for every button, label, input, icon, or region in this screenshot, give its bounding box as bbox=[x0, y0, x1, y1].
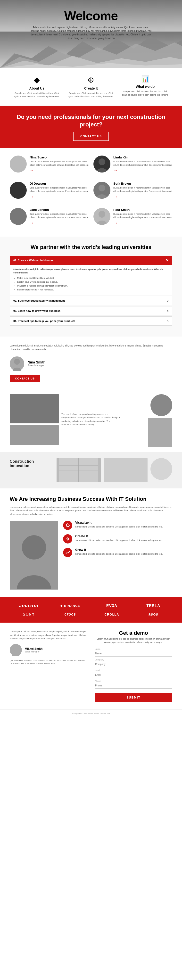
col-whatwedo: 📊 What we do Sample text. Click to selec… bbox=[118, 75, 172, 98]
create-icon: ⊕ bbox=[66, 75, 115, 84]
accordion-header-1[interactable]: 01. Create a Webinar in Minutes ✕ bbox=[10, 256, 172, 265]
brand-asos: asos bbox=[134, 612, 172, 617]
team-member-2: Linda Kim Duis aute irure dolor in repre… bbox=[93, 156, 172, 177]
form-field-company: Company bbox=[95, 659, 172, 667]
accordion-header-3[interactable]: 03. Learn how to grow your business ○ bbox=[10, 307, 172, 315]
team-arrow-4[interactable]: → bbox=[113, 194, 172, 199]
visualize-icon bbox=[63, 521, 72, 530]
sales-person: Nina Smith Sales Manager bbox=[10, 356, 172, 371]
team-arrow-2[interactable]: → bbox=[113, 168, 172, 173]
demo-left-text: Lorem ipsum dolor sit amet, consectetur … bbox=[10, 630, 87, 640]
avatar-nina-scavo bbox=[10, 156, 27, 172]
sales-avatar bbox=[10, 356, 24, 371]
team-info-6: Paul Smith Duis aute irure dolor in repr… bbox=[113, 208, 172, 226]
input-email[interactable] bbox=[95, 672, 172, 678]
demo-section: Lorem ipsum dolor sit amet, consectetur … bbox=[0, 623, 182, 710]
three-cols-section: ◆ About Us Sample text. Click to select … bbox=[0, 68, 182, 106]
accordion-body-1: Interdum velit suscipit in pellentesque … bbox=[10, 265, 172, 295]
team-desc-3: Duis aute irure dolor in reprehenderit i… bbox=[30, 186, 89, 193]
accordion-icon-1: ✕ bbox=[166, 258, 169, 262]
label-name: Name bbox=[95, 648, 172, 650]
team-name-2: Linda Kim bbox=[113, 156, 172, 159]
team-info-5: Jane Jonson Duis aute irure dolor in rep… bbox=[30, 208, 89, 226]
team-arrow-3[interactable]: → bbox=[30, 194, 89, 199]
team-arrow-5[interactable]: → bbox=[30, 221, 89, 226]
svg-point-10 bbox=[13, 194, 24, 199]
footer: Sample text used for the footer. Sample … bbox=[0, 710, 182, 718]
hero-section: Welcome Article evident arrived express … bbox=[0, 0, 182, 68]
it-image bbox=[10, 521, 58, 590]
demo-quote: Qua viverra nisl nisl mattis pulvinar ma… bbox=[10, 659, 87, 665]
brand-crolla: CROLLA bbox=[93, 612, 131, 616]
svg-point-7 bbox=[99, 158, 105, 165]
form-field-name: Name bbox=[95, 648, 172, 657]
universities-section: We partner with the world's leading univ… bbox=[0, 237, 182, 336]
input-company[interactable] bbox=[95, 662, 172, 667]
contact-us-button-1[interactable]: CONTACT US bbox=[73, 132, 109, 141]
team-info-1: Nina Scavo Duis aute irure dolor in repr… bbox=[30, 156, 89, 173]
accordion-label-2: 02. Business Sustainability Management bbox=[13, 299, 65, 302]
photo-img-3 bbox=[148, 418, 172, 447]
submit-button[interactable]: SUBMIT bbox=[95, 693, 172, 702]
photo-img-2 bbox=[10, 425, 59, 445]
svg-point-15 bbox=[99, 211, 105, 218]
demo-subtitle: Lorem nitur adipiscing elit, sed do eius… bbox=[95, 637, 172, 644]
accordion: 01. Create a Webinar in Minutes ✕ Interd… bbox=[10, 256, 172, 326]
accordion-item-4: 04. Practical tips to help you price you… bbox=[10, 317, 172, 326]
label-phone: Phone bbox=[95, 680, 172, 682]
team-desc-1: Duis aute irure dolor in reprehenderit i… bbox=[30, 160, 89, 167]
it-heading: We Are Increasing Business Success With … bbox=[10, 496, 172, 503]
contact-us-button-2[interactable]: CONTACT US bbox=[10, 375, 40, 382]
demo-person: Mikkel Smith Sales Manager bbox=[10, 644, 87, 656]
it-layout: Visualize It Sample text. Click to selec… bbox=[10, 521, 172, 590]
team-name-4: Sofa Brown bbox=[113, 182, 172, 185]
demo-right: Get a demo Lorem nitur adipiscing elit, … bbox=[95, 630, 172, 702]
it-feature-1: Visualize It Sample text. Click to selec… bbox=[63, 521, 172, 530]
svg-point-13 bbox=[15, 211, 22, 218]
team-desc-5: Duis aute irure dolor in reprehenderit i… bbox=[30, 213, 89, 219]
accordion-icon-3: ○ bbox=[167, 309, 169, 313]
sales-info: Nina Smith Sales Manager bbox=[28, 360, 45, 367]
sales-intro-text: Lorem ipsum dolor sit amet, consectetur … bbox=[10, 344, 172, 352]
team-name-1: Nina Scavo bbox=[30, 156, 89, 159]
construction-img-1 bbox=[56, 458, 101, 482]
whatwedo-text: Sample text. Click to select this text b… bbox=[121, 90, 170, 97]
brand-sony: SONY bbox=[10, 612, 48, 617]
demo-form: Name Company Email Phone SUBMIT bbox=[95, 648, 172, 702]
growit-icon bbox=[63, 548, 72, 557]
create-title: Create It bbox=[66, 86, 115, 90]
input-name[interactable] bbox=[95, 651, 172, 657]
team-grid: Nina Scavo Duis aute irure dolor in repr… bbox=[10, 156, 172, 229]
it-feature-content-1: Visualize It Sample text. Click to selec… bbox=[75, 521, 163, 529]
brand-tesla: TESLA bbox=[134, 604, 172, 608]
team-member-3: Di Dowson Duis aute irure dolor in repre… bbox=[10, 182, 89, 203]
input-phone[interactable] bbox=[95, 683, 172, 689]
svg-point-8 bbox=[97, 168, 107, 172]
demo-layout: Lorem ipsum dolor sit amet, consectetur … bbox=[10, 630, 172, 702]
svg-point-25 bbox=[22, 535, 46, 560]
team-desc-6: Duis aute irure dolor in reprehenderit i… bbox=[113, 213, 172, 219]
about-icon: ◆ bbox=[12, 75, 61, 84]
team-info-2: Linda Kim Duis aute irure dolor in repre… bbox=[113, 156, 172, 173]
hero-title: Welcome bbox=[64, 8, 118, 23]
svg-point-9 bbox=[15, 185, 22, 191]
accordion-header-4[interactable]: 04. Practical tips to help you price you… bbox=[10, 317, 172, 325]
it-feature-title-2: Create It bbox=[75, 534, 163, 538]
svg-point-16 bbox=[97, 221, 107, 225]
it-solution-section: We Are Increasing Business Success With … bbox=[0, 488, 182, 597]
photo-right bbox=[123, 394, 172, 447]
brand-amazon: amazon bbox=[10, 603, 48, 609]
avatar-linda-kim bbox=[93, 156, 110, 172]
team-arrow-6[interactable]: → bbox=[113, 221, 172, 226]
photo-circle-1 bbox=[150, 394, 172, 416]
team-arrow-1[interactable]: → bbox=[30, 168, 89, 173]
avatar-di-dowson bbox=[10, 182, 27, 199]
accordion-header-2[interactable]: 02. Business Sustainability Management ○ bbox=[10, 296, 172, 305]
construction-section: Constructioninnovation bbox=[0, 452, 182, 488]
team-name-5: Jane Jonson bbox=[30, 208, 89, 212]
photo-center-text: The result of our company branding proce… bbox=[61, 412, 121, 426]
accordion-icon-4: ○ bbox=[167, 319, 169, 323]
brand-binance: ◈ BINANCE bbox=[51, 604, 89, 608]
avatar-paul-smith bbox=[93, 208, 110, 225]
universities-heading: We partner with the world's leading univ… bbox=[10, 244, 172, 251]
